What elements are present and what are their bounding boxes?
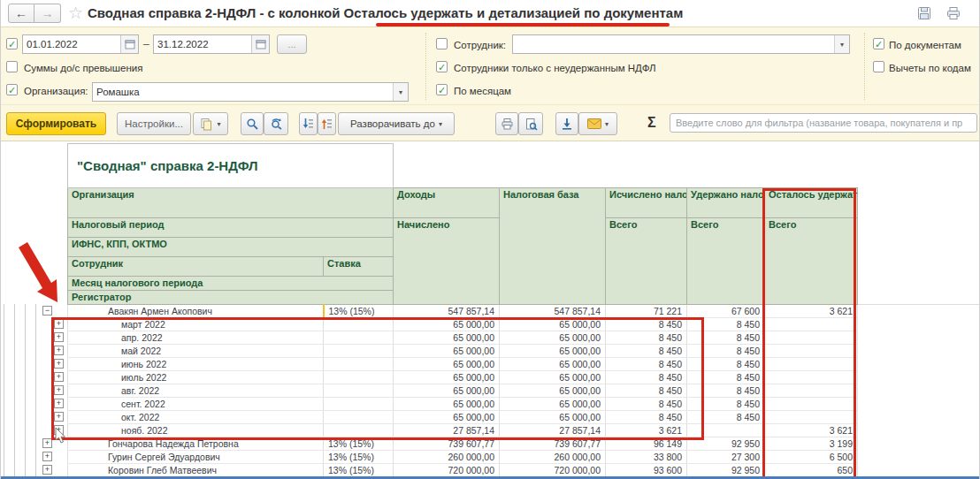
table-row[interactable]: июнь 2022 65 000,00 65 000,00 8 450 8 45… (68, 358, 858, 371)
table-row[interactable]: сент. 2022 65 000,00 65 000,00 8 450 8 4… (68, 398, 858, 411)
cell-withheld[interactable]: 8 450 (687, 411, 765, 424)
cell-name[interactable]: июль 2022 (68, 371, 324, 384)
by-documents-checkbox[interactable]: ✓ (873, 38, 884, 49)
cell-base[interactable]: 65 000,00 (500, 411, 606, 424)
search-reset-button[interactable] (264, 112, 288, 135)
table-row[interactable]: Гончарова Надежда Петровна 13% (15%) 739… (68, 437, 858, 451)
cell-base[interactable]: 720 000,00 (500, 464, 606, 477)
cell-name[interactable]: авг. 2022 (68, 384, 324, 398)
cell-remaining[interactable] (765, 331, 858, 345)
cell-remaining[interactable] (765, 398, 858, 411)
table-row[interactable]: май 2022 65 000,00 65 000,00 8 450 8 450 (68, 345, 858, 358)
cell-rate[interactable] (324, 318, 394, 331)
organization-checkbox[interactable]: ✓ (6, 84, 18, 95)
cell-remaining[interactable] (765, 358, 858, 371)
cell-income[interactable]: 739 607,77 (394, 437, 500, 451)
cell-income[interactable]: 65 000,00 (394, 358, 500, 371)
cell-base[interactable]: 65 000,00 (500, 371, 606, 384)
cell-remaining[interactable]: 3 199 (765, 437, 858, 451)
unwithheld-label[interactable]: Сотрудники только с неудержанным НДФЛ (454, 63, 656, 73)
report-variants-button[interactable]: ▾ (193, 112, 228, 135)
cell-remaining[interactable] (765, 318, 858, 331)
cell-base[interactable]: 260 000,00 (500, 451, 606, 464)
cell-withheld[interactable]: 8 450 (687, 398, 765, 411)
cell-remaining[interactable] (765, 345, 858, 358)
cell-calculated[interactable]: 8 450 (606, 331, 687, 345)
row-expander[interactable]: + (54, 332, 64, 342)
cell-rate[interactable] (324, 384, 394, 398)
deductions-checkbox[interactable] (873, 61, 884, 72)
period-checkbox[interactable]: ✓ (6, 38, 18, 49)
cell-withheld[interactable]: 92 950 (687, 464, 765, 477)
cell-withheld[interactable]: 67 600 (687, 305, 765, 318)
cell-base[interactable]: 65 000,00 (500, 384, 606, 398)
organization-label[interactable]: Организация: (24, 86, 88, 96)
cell-rate[interactable] (324, 371, 394, 384)
cell-base[interactable]: 65 000,00 (500, 358, 606, 371)
table-row[interactable]: июль 2022 65 000,00 65 000,00 8 450 8 45… (68, 371, 858, 384)
cell-calculated[interactable]: 8 450 (606, 398, 687, 411)
cell-rate[interactable]: 13% (15%) (324, 305, 394, 318)
cell-rate[interactable] (324, 424, 394, 437)
cell-remaining[interactable]: 3 621 (765, 305, 858, 318)
cell-base[interactable]: 65 000,00 (500, 331, 606, 345)
row-expander[interactable]: + (42, 465, 52, 475)
cell-calculated[interactable]: 96 149 (606, 437, 687, 451)
row-expander[interactable]: + (54, 399, 64, 408)
cell-name[interactable]: май 2022 (68, 345, 324, 358)
forward-button[interactable]: → (34, 4, 61, 23)
cell-withheld[interactable] (687, 424, 765, 437)
back-button[interactable]: ← (8, 4, 34, 23)
cell-calculated[interactable]: 8 450 (606, 318, 687, 331)
cell-income[interactable]: 65 000,00 (394, 345, 500, 358)
cell-base[interactable]: 65 000,00 (500, 318, 606, 331)
autosum-button[interactable]: Σ (647, 115, 656, 131)
employee-label[interactable]: Сотрудник: (454, 40, 506, 50)
cell-income[interactable]: 547 857,14 (394, 305, 500, 318)
chevron-down-icon[interactable]: ▾ (393, 83, 408, 101)
cell-rate[interactable] (324, 331, 394, 345)
cell-income[interactable]: 65 000,00 (394, 411, 500, 424)
by-documents-label[interactable]: По документам (889, 40, 961, 50)
table-row[interactable]: окт. 2022 65 000,00 65 000,00 8 450 8 45… (68, 411, 858, 424)
cell-base[interactable]: 27 857,14 (500, 424, 606, 437)
cell-base[interactable]: 739 607,77 (500, 437, 606, 451)
row-expander[interactable]: + (42, 452, 52, 461)
collapse-groups-button[interactable] (299, 112, 318, 135)
cell-remaining[interactable]: 650 (765, 464, 858, 477)
calendar-icon[interactable] (120, 35, 138, 53)
deductions-label[interactable]: Вычеты по кодам (889, 63, 971, 73)
cell-rate[interactable] (324, 345, 394, 358)
unwithheld-checkbox[interactable]: ✓ (436, 61, 448, 72)
cell-rate[interactable]: 13% (15%) (324, 437, 394, 451)
cell-rate[interactable] (324, 398, 394, 411)
excess-label[interactable]: Суммы до/с превышения (24, 63, 142, 73)
cell-name[interactable]: сент. 2022 (68, 398, 324, 411)
cell-name[interactable]: Авакян Армен Акопович (68, 305, 324, 318)
cell-withheld[interactable]: 8 450 (687, 331, 765, 345)
calendar-icon[interactable] (251, 35, 269, 53)
row-expander[interactable]: + (54, 412, 64, 422)
cell-calculated[interactable]: 8 450 (606, 358, 687, 371)
cell-calculated[interactable]: 3 621 (606, 424, 687, 437)
print-preview-button[interactable] (518, 112, 543, 135)
cell-rate[interactable] (324, 358, 394, 371)
search-button[interactable] (241, 112, 264, 135)
cell-name[interactable]: Гончарова Надежда Петровна (68, 437, 324, 451)
table-row[interactable]: апр. 2022 65 000,00 65 000,00 8 450 8 45… (68, 331, 858, 345)
cell-name[interactable]: окт. 2022 (68, 411, 324, 424)
generate-button[interactable]: Сформировать (6, 112, 106, 135)
table-row[interactable]: Гурин Сергей Эдуардович 13% (15%) 260 00… (68, 451, 858, 464)
cell-income[interactable]: 65 000,00 (394, 371, 500, 384)
employee-checkbox[interactable] (436, 38, 448, 49)
cell-name[interactable]: нояб. 2022 (68, 424, 324, 437)
quick-filter-input[interactable] (670, 113, 977, 133)
settings-button[interactable]: Настройки... (117, 112, 191, 135)
print-button[interactable] (495, 112, 518, 135)
print-icon[interactable] (946, 5, 961, 21)
cell-name[interactable]: июнь 2022 (68, 358, 324, 371)
cell-base[interactable]: 547 857,14 (500, 305, 606, 318)
send-email-button[interactable]: ▾ (578, 112, 617, 135)
cell-remaining[interactable]: 3 621 (765, 424, 858, 437)
excess-checkbox[interactable] (6, 61, 18, 72)
